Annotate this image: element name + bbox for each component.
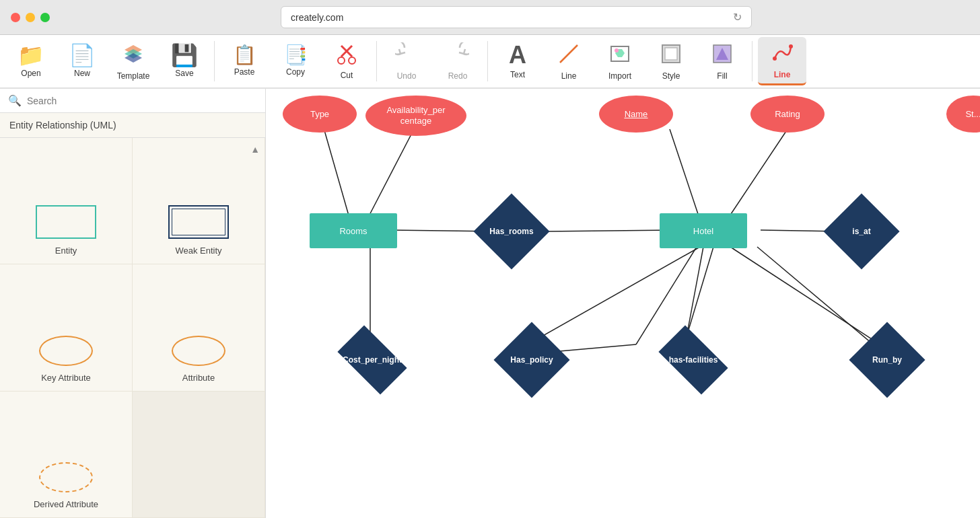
style-button[interactable]: Style [647,37,695,85]
save-icon: 💾 [171,44,198,66]
window-controls [11,13,50,22]
save-label: Save [175,69,193,78]
sidebar: 🔍 Entity Relationship (UML) ▲ Entity Wea… [0,89,266,518]
svg-point-10 [615,48,619,52]
style-icon [660,42,682,69]
search-input[interactable] [27,96,257,106]
entity-shape[interactable]: Entity [0,138,133,264]
svg-line-21 [670,129,700,220]
titlebar: creately.com ↻ [0,0,980,35]
open-label: Open [21,69,40,78]
url-text: creately.com [291,12,343,23]
svg-point-6 [349,57,355,64]
cost-node[interactable]: Cost_per_night [325,330,419,390]
paste-icon: 📋 [233,46,256,65]
svg-line-22 [727,129,788,220]
search-bar: 🔍 [0,89,265,113]
svg-point-15 [773,57,777,61]
avail-node-label: Availability_percentage [386,105,445,126]
template-button[interactable]: Template [109,37,158,85]
minimize-button[interactable] [26,13,35,22]
attribute-shape[interactable]: Attribute [133,264,265,391]
rating-node[interactable]: Rating [750,96,825,133]
run-by-label: Run_by [872,355,902,365]
import-icon [608,42,631,69]
cut-button[interactable]: Cut [322,37,371,85]
attribute-shape-icon [172,336,225,366]
derived-attribute-shape-icon [39,462,93,492]
avail-node[interactable]: Availability_percentage [365,96,466,136]
redo-button[interactable]: Redo [433,37,482,85]
copy-button[interactable]: 📑 Copy [271,37,320,85]
redo-icon [446,42,469,69]
has-rooms-node[interactable]: Has_rooms [471,201,552,262]
derived-attribute-shape[interactable]: Derived Attribute [0,392,133,518]
is-at-node[interactable]: is_at [818,201,905,262]
line-button[interactable]: Line [545,37,593,85]
template-icon [122,42,145,69]
search-icon: 🔍 [8,94,22,107]
undo-icon [395,42,418,69]
new-button[interactable]: 📄 New [58,37,106,85]
empty-shape [133,392,265,518]
svg-rect-12 [665,48,677,60]
hotel-node[interactable]: Hotel [660,213,747,248]
fill-label: Fill [717,71,727,81]
address-bar[interactable]: creately.com ↻ [281,6,752,28]
line-label: Line [561,71,577,81]
svg-line-20 [545,230,673,231]
cost-label: Cost_per_night [343,355,402,365]
open-button[interactable]: 📁 Open [7,37,55,85]
line2-button[interactable]: Line [758,37,806,85]
is-at-label: is_at [852,227,870,236]
name-node-label: Name [625,109,648,119]
paste-label: Paste [234,67,255,77]
line2-icon [771,41,794,67]
scroll-up[interactable]: ▲ [250,143,260,155]
paste-button[interactable]: 📋 Paste [220,37,269,85]
save-button[interactable]: 💾 Save [160,37,209,85]
fill-icon [711,42,734,69]
has-fac-node[interactable]: has-facilities [643,330,744,390]
import-label: Import [608,71,631,81]
text-icon: A [509,43,526,67]
toolbar: 📁 Open 📄 New Template 💾 Save 📋 Paste 📑 C… [0,35,980,89]
svg-point-5 [338,57,345,64]
close-button[interactable] [11,13,20,22]
derived-attribute-label: Derived Attribute [34,499,98,509]
divider-2 [376,41,377,81]
star-node[interactable]: St... [946,96,980,133]
entity-label: Entity [55,246,77,256]
rooms-node-label: Rooms [339,226,367,236]
run-by-node[interactable]: Run_by [847,330,928,390]
copy-icon: 📑 [284,46,308,65]
import-button[interactable]: Import [596,37,644,85]
has-policy-label: Has_policy [510,355,553,365]
refresh-icon[interactable]: ↻ [733,11,742,24]
text-button[interactable]: A Text [493,37,542,85]
key-attribute-label: Key Attribute [41,373,91,383]
type-node[interactable]: Type [283,96,357,133]
maximize-button[interactable] [40,13,50,22]
rooms-node[interactable]: Rooms [310,213,397,248]
open-icon: 📁 [18,44,44,66]
has-policy-node[interactable]: Has_policy [488,330,575,390]
svg-line-18 [367,129,414,220]
connections-svg [266,89,980,518]
template-label: Template [117,71,150,81]
hotel-node-label: Hotel [693,226,713,236]
weak-entity-shape-icon [168,205,229,239]
line-icon [557,42,580,69]
style-label: Style [662,71,680,81]
star-node-label: St... [965,109,980,119]
canvas[interactable]: Type Availability_percentage Name Rating… [266,89,980,518]
undo-button[interactable]: Undo [382,37,431,85]
type-node-label: Type [310,109,329,119]
text-label: Text [510,70,525,79]
shapes-grid: Entity Weak Entity Key Attribute Attribu… [0,138,265,518]
weak-entity-shape[interactable]: Weak Entity [133,138,265,264]
has-rooms-label: Has_rooms [489,227,533,236]
fill-button[interactable]: Fill [698,37,746,85]
name-node[interactable]: Name [599,96,673,133]
key-attribute-shape[interactable]: Key Attribute [0,264,133,391]
